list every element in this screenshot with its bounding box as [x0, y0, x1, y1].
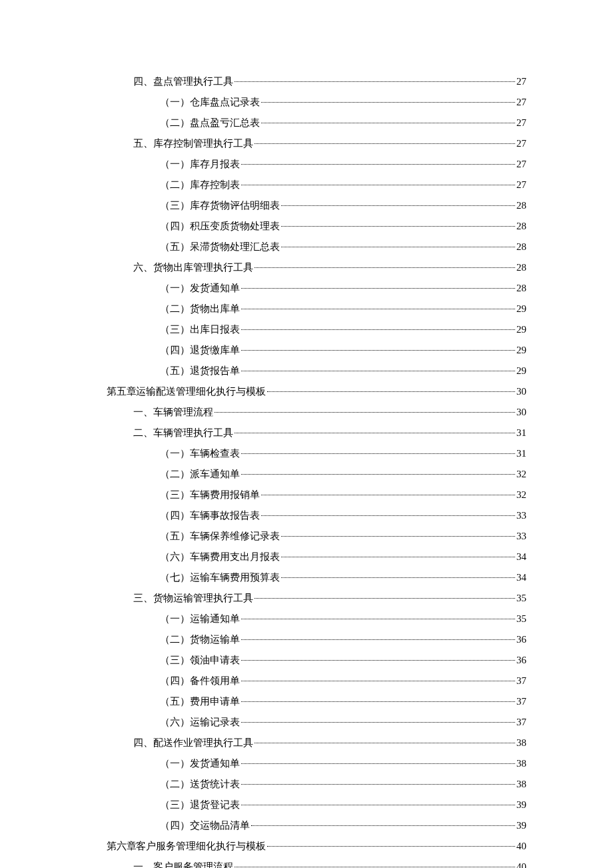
toc-entry-text: （五）呆滞货物处理汇总表 — [160, 239, 280, 255]
toc-page-number: 39 — [516, 797, 526, 813]
toc-entry-text: （一）库存月报表 — [160, 156, 240, 172]
toc-entry-text: 二、车辆管理执行工具 — [133, 425, 233, 441]
table-of-contents: 四、盘点管理执行工具27（一）仓库盘点记录表27（二）盘点盈亏汇总表27五、库存… — [107, 73, 526, 868]
toc-entry-text: （七）运输车辆费用预算表 — [160, 569, 280, 585]
toc-entry: （一）发货通知单38 — [107, 755, 526, 771]
toc-entry: （一）运输通知单35 — [107, 611, 526, 627]
toc-leader-dots — [241, 185, 515, 185]
toc-leader-dots — [281, 557, 515, 557]
toc-entry: 二、车辆管理执行工具31 — [107, 425, 526, 441]
toc-entry-text: 四、配送作业管理执行工具 — [133, 735, 253, 751]
toc-page-number: 27 — [516, 177, 526, 193]
toc-page-number: 27 — [516, 73, 526, 89]
toc-leader-dots — [241, 639, 515, 640]
toc-page-number: 36 — [516, 631, 526, 647]
toc-entry: （三）库存货物评估明细表28 — [107, 197, 526, 213]
toc-entry: （一）库存月报表27 — [107, 156, 526, 172]
toc-entry-text: （一）车辆检查表 — [160, 445, 240, 461]
toc-entry: （七）运输车辆费用预算表34 — [107, 569, 526, 585]
toc-entry-text: （一）仓库盘点记录表 — [160, 94, 260, 110]
toc-leader-dots — [241, 164, 515, 165]
toc-entry-text: 四、盘点管理执行工具 — [133, 73, 233, 89]
toc-page-number: 33 — [516, 528, 526, 544]
toc-entry: （四）退货缴库单29 — [107, 342, 526, 358]
toc-entry-text: 六、货物出库管理执行工具 — [133, 259, 253, 275]
toc-page-number: 30 — [516, 404, 526, 420]
toc-entry-text: （五）退货报告单 — [160, 363, 240, 379]
toc-leader-dots — [241, 309, 515, 309]
toc-page-number: 30 — [516, 383, 526, 399]
toc-entry: （一）发货通知单28 — [107, 280, 526, 296]
toc-entry: （六）车辆费用支出月报表34 — [107, 549, 526, 565]
toc-leader-dots — [241, 722, 515, 723]
toc-entry: （一）仓库盘点记录表27 — [107, 94, 526, 110]
toc-entry: （四）车辆事故报告表33 — [107, 507, 526, 523]
toc-leader-dots — [261, 102, 515, 103]
toc-entry-text: 一、车辆管理流程 — [133, 404, 213, 420]
toc-page-number: 36 — [516, 652, 526, 668]
toc-leader-dots — [267, 846, 515, 847]
toc-page-number: 29 — [516, 342, 526, 358]
toc-leader-dots — [255, 267, 515, 268]
toc-entry-text: （五）车辆保养维修记录表 — [160, 528, 280, 544]
toc-page-number: 35 — [516, 611, 526, 627]
toc-leader-dots — [267, 391, 515, 392]
toc-entry: （三）出库日报表29 — [107, 321, 526, 337]
toc-leader-dots — [241, 805, 515, 805]
toc-leader-dots — [281, 226, 515, 227]
toc-page-number: 31 — [516, 425, 526, 441]
toc-leader-dots — [215, 412, 515, 413]
toc-entry-text: （三）退货登记表 — [160, 797, 240, 813]
toc-entry: （三）车辆费用报销单32 — [107, 487, 526, 503]
toc-entry-text: （三）库存货物评估明细表 — [160, 197, 280, 213]
toc-leader-dots — [255, 743, 515, 743]
toc-leader-dots — [241, 350, 515, 351]
toc-entry-text: （四）车辆事故报告表 — [160, 507, 260, 523]
toc-page-number: 28 — [516, 239, 526, 255]
toc-entry: 六、货物出库管理执行工具28 — [107, 259, 526, 275]
toc-leader-dots — [241, 474, 515, 475]
toc-entry-text: 客户服务管理细化执行与模板 — [136, 838, 266, 854]
toc-leader-dots — [255, 598, 515, 599]
toc-leader-dots — [241, 288, 515, 289]
toc-entry: （二）货物出库单29 — [107, 301, 526, 317]
toc-entry: 四、配送作业管理执行工具38 — [107, 735, 526, 751]
toc-page-number: 37 — [516, 693, 526, 709]
toc-leader-dots — [241, 619, 515, 619]
toc-entry: 一、车辆管理流程30 — [107, 404, 526, 420]
toc-page-number: 29 — [516, 301, 526, 317]
toc-entry-text: （一）发货通知单 — [160, 280, 240, 296]
toc-page-number: 27 — [516, 94, 526, 110]
toc-entry-text: （五）费用申请单 — [160, 693, 240, 709]
toc-leader-dots — [241, 784, 515, 785]
toc-page-number: 38 — [516, 735, 526, 751]
toc-page-number: 28 — [516, 197, 526, 213]
toc-entry-text: （六）运输记录表 — [160, 714, 240, 730]
toc-leader-dots — [235, 81, 515, 82]
toc-entry: 五、库存控制管理执行工具27 — [107, 135, 526, 151]
toc-entry: 四、盘点管理执行工具27 — [107, 73, 526, 89]
toc-leader-dots — [261, 495, 515, 495]
toc-page-number: 35 — [516, 590, 526, 606]
toc-leader-dots — [281, 247, 515, 247]
toc-entry-text: （二）派车通知单 — [160, 466, 240, 482]
toc-leader-dots — [281, 205, 515, 206]
toc-leader-dots — [235, 867, 515, 867]
toc-entry: 第五章运输配送管理细化执行与模板30 — [107, 383, 526, 399]
toc-page-number: 34 — [516, 569, 526, 585]
toc-page-number: 29 — [516, 321, 526, 337]
toc-chapter-label: 第五章 — [107, 383, 136, 399]
toc-entry: 一、客户服务管理流程40 — [107, 859, 526, 868]
toc-entry: （二）盘点盈亏汇总表27 — [107, 115, 526, 131]
toc-entry-text: （六）车辆费用支出月报表 — [160, 549, 280, 565]
toc-entry-text: 三、货物运输管理执行工具 — [133, 590, 253, 606]
toc-entry: （三）退货登记表39 — [107, 797, 526, 813]
toc-leader-dots — [261, 515, 515, 516]
toc-page-number: 28 — [516, 218, 526, 234]
toc-leader-dots — [241, 660, 515, 661]
toc-entry-text: 一、客户服务管理流程 — [133, 859, 233, 868]
toc-page-number: 27 — [516, 135, 526, 151]
toc-entry: （五）呆滞货物处理汇总表28 — [107, 239, 526, 255]
toc-entry: （五）费用申请单37 — [107, 693, 526, 709]
toc-entry: （二）库存控制表27 — [107, 177, 526, 193]
